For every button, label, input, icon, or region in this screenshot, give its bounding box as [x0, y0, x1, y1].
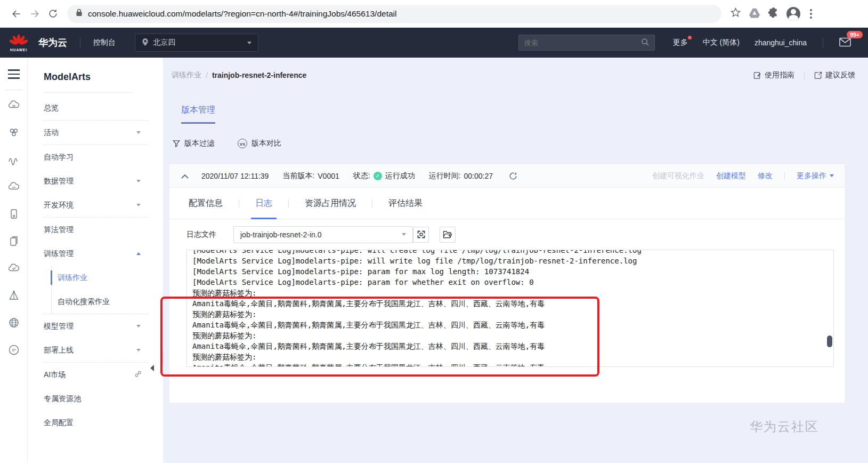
cloud-stack-icon[interactable] — [7, 180, 20, 193]
console-link[interactable]: 控制台 — [93, 38, 116, 47]
brand-name[interactable]: 华为云 — [38, 36, 67, 49]
chevron-down-icon — [136, 204, 141, 206]
breadcrumb-job-name: trainjob-resnet-2-inference — [212, 71, 306, 79]
language-selector[interactable]: 中文 (简体) — [703, 38, 740, 47]
sidebar-item-training-management[interactable]: 训练管理 — [28, 242, 163, 266]
globe-icon[interactable] — [7, 316, 20, 329]
mail-button[interactable]: 99+ — [839, 37, 854, 49]
sidebar-item-model-management[interactable]: 模型管理 — [28, 314, 163, 338]
tab-evaluation-result[interactable]: 评估结果 — [386, 188, 425, 219]
sidebar-item-dev-environment[interactable]: 开发环境 — [28, 193, 163, 217]
search-input[interactable] — [524, 39, 641, 47]
browser-profile-avatar[interactable] — [786, 7, 800, 21]
more-actions-button[interactable]: 更多操作 — [797, 171, 834, 181]
main-content: 训练作业 / trainjob-resnet-2-inference 使用指南 … — [163, 58, 868, 463]
breadcrumb-training-jobs[interactable]: 训练作业 — [172, 70, 201, 80]
cloud-dashboard-icon[interactable] — [7, 99, 20, 111]
feedback-link[interactable]: 建议反馈 — [814, 70, 855, 80]
version-header: 2020/11/07 12:11:39 当前版本: V0001 状态: ✓ 运行… — [169, 164, 845, 188]
envelope-icon — [839, 37, 851, 47]
guide-link[interactable]: 使用指南 — [753, 70, 794, 80]
sidebar-item-auto-search-jobs[interactable]: 自动化搜索作业 — [28, 290, 163, 314]
log-line: Amanita毒蝇伞,伞菌目,鹅膏菌科,鹅膏菌属,主要分布于我国黑龙江、吉林、四… — [192, 341, 828, 352]
sidebar-item-training-jobs[interactable]: 训练作业 — [28, 266, 163, 290]
drive-extension-icon[interactable] — [749, 7, 760, 20]
detail-tabs: 配置信息 日志 资源占用情况 评估结果 — [169, 188, 845, 219]
tab-logs[interactable]: 日志 — [253, 188, 274, 219]
global-search[interactable] — [518, 35, 655, 51]
chevron-up-icon — [136, 252, 141, 255]
log-file-select[interactable]: job-trainjob-resnet-2-in.0 — [233, 226, 413, 243]
tab-config-info[interactable]: 配置信息 — [186, 188, 225, 219]
chevron-down-icon — [402, 233, 406, 236]
feedback-icon — [814, 71, 822, 79]
community-watermark: 华为云社区 — [750, 418, 819, 435]
cluster-icon[interactable] — [7, 126, 20, 139]
region-selector[interactable]: 北京四 — [135, 34, 258, 52]
log-line: 预测的蘑菇标签为: — [192, 330, 828, 341]
hamburger-menu-icon[interactable] — [5, 66, 23, 82]
extensions-puzzle-icon[interactable] — [768, 7, 779, 20]
modify-button[interactable]: 修改 — [758, 171, 773, 181]
bookmark-star-icon[interactable] — [730, 7, 741, 20]
notebook-device-icon[interactable] — [7, 207, 20, 220]
pages-copy-icon[interactable] — [7, 235, 20, 248]
create-visualization-job-button[interactable]: 创建可视化作业 — [652, 171, 704, 181]
panel-collapse-arrow-icon[interactable] — [150, 365, 154, 371]
sidebar-item-activities[interactable]: 活动 — [28, 121, 163, 145]
huawei-topbar: HUAWEI 华为云 控制台 北京四 更多 中文 (简体) zhanghui_c… — [0, 28, 868, 58]
huawei-logo[interactable]: HUAWEI — [6, 34, 31, 52]
chevron-down-icon — [247, 42, 252, 44]
tab-resource-usage[interactable]: 资源占用情况 — [303, 188, 358, 219]
username[interactable]: zhanghui_china — [755, 38, 807, 47]
funnel-icon — [173, 140, 180, 147]
chevron-down-icon — [136, 180, 141, 182]
log-line: Amanita毒蝇伞,伞菌目,鹅膏菌科,鹅膏菌属,主要分布于我国黑龙江、吉林、四… — [192, 362, 828, 367]
status-text: 运行成功 — [385, 171, 415, 181]
sidebar-item-overview[interactable]: 总览 — [28, 96, 163, 120]
log-viewer[interactable]: [ModelArts Service Log]modelarts-pipe: w… — [186, 250, 834, 367]
chevron-down-icon — [830, 174, 834, 177]
tab-version-management[interactable]: 版本管理 — [181, 105, 215, 124]
fullscreen-log-button[interactable] — [413, 227, 429, 243]
breadcrumb: 训练作业 / trainjob-resnet-2-inference — [172, 70, 306, 80]
notification-dot — [688, 36, 692, 39]
address-bar[interactable]: console.huaweicloud.com/modelarts/?regio… — [67, 5, 721, 23]
sidebar-item-data-management[interactable]: 数据管理 — [28, 169, 163, 193]
more-menu[interactable]: 更多 — [673, 38, 688, 47]
svg-text:IP: IP — [12, 348, 16, 353]
download-log-button[interactable] — [440, 227, 456, 243]
guide-doc-icon — [753, 71, 761, 79]
sidebar-item-algorithm-management[interactable]: 算法管理 — [28, 218, 163, 242]
forward-icon[interactable] — [26, 5, 44, 23]
log-line: Amanita毒蝇伞,伞菌目,鹅膏菌科,鹅膏菌属,主要分布于我国黑龙江、吉林、四… — [192, 320, 828, 330]
log-file-value: job-trainjob-resnet-2-in.0 — [240, 230, 322, 239]
browser-menu-icon[interactable] — [808, 7, 814, 21]
collapse-version-icon[interactable] — [181, 172, 189, 180]
prism-icon[interactable] — [7, 289, 20, 302]
back-icon[interactable] — [7, 5, 26, 23]
version-compare-button[interactable]: vs 版本对比 — [238, 139, 281, 148]
chevron-down-icon — [136, 131, 141, 134]
cloud-check-icon[interactable] — [7, 262, 20, 275]
ip-icon[interactable]: IP — [7, 344, 20, 356]
search-icon[interactable] — [641, 38, 649, 47]
log-scrollbar-thumb[interactable] — [827, 336, 832, 347]
sidebar-item-exeml[interactable]: 自动学习 — [28, 145, 163, 169]
reload-icon[interactable] — [44, 5, 62, 23]
sidebar-item-global-config[interactable]: 全局配置 — [28, 411, 163, 435]
sidebar-item-deployment[interactable]: 部署上线 — [28, 338, 163, 362]
log-line: 预测的蘑菇标签为: — [192, 309, 828, 320]
runtime-value: 00:00:27 — [464, 172, 493, 180]
waves-icon[interactable] — [7, 153, 20, 166]
refresh-icon[interactable] — [509, 172, 517, 180]
sidebar-item-ai-market[interactable]: AI市场 — [28, 363, 163, 387]
sidebar-item-dedicated-resource-pool[interactable]: 专属资源池 — [28, 387, 163, 411]
location-pin-icon — [142, 38, 149, 48]
mail-badge: 99+ — [847, 31, 863, 38]
create-model-button[interactable]: 创建模型 — [716, 171, 746, 181]
log-line: 预测的蘑菇标签为: — [192, 288, 828, 298]
divider — [44, 92, 133, 93]
log-content: [ModelArts Service Log]modelarts-pipe: w… — [192, 250, 828, 367]
version-filter-button[interactable]: 版本过滤 — [173, 139, 214, 148]
